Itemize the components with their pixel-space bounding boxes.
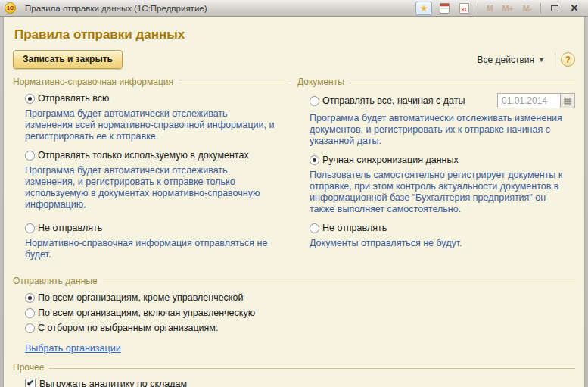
radio-icon [25, 323, 35, 333]
section-nsi: Нормативно-справочная информация Отправл… [13, 76, 288, 268]
section-send-data-title: Отправлять данные [13, 276, 98, 286]
checkbox-export-warehouse-analytics[interactable]: ✔ Выгружать аналитику по складам [25, 379, 575, 387]
radio-manual-sync[interactable]: Ручная синхронизация данных [310, 154, 575, 165]
page-title: Правила отправки данных [14, 27, 575, 42]
description-text: Пользователь самостоятельно регистрирует… [310, 170, 563, 215]
app-window: 1С Правила отправки данных (1С:Предприят… [0, 0, 588, 387]
all-actions-button[interactable]: Все действия ▼ [473, 52, 549, 67]
section-other: Прочее ✔ Выгружать аналитику по складам … [13, 362, 575, 387]
description-text: Документы отправляться не будут. [310, 238, 563, 249]
radio-icon [25, 94, 35, 104]
radio-icon [25, 151, 35, 161]
section-documents-title: Документы [297, 76, 344, 87]
radio-no-send-nsi[interactable]: Не отправлять [25, 223, 288, 233]
radio-send-all-docs-from-date[interactable]: Отправлять все, начиная с даты 01.01.201… [310, 93, 575, 108]
checkbox-icon: ✔ [25, 379, 36, 387]
radio-label: Ручная синхронизация данных [322, 154, 459, 165]
radio-icon [25, 223, 35, 233]
form-toolbar: Записать и закрыть Все действия ▼ ? [13, 50, 575, 69]
radio-icon [310, 96, 319, 106]
radio-all-orgs-except-management[interactable]: По всем организациям, кроме управленческ… [25, 292, 575, 303]
section-nsi-header: Нормативно-справочная информация [13, 76, 288, 87]
titlebar-separator [540, 3, 541, 14]
window-frame: Правила отправки данных Записать и закры… [0, 17, 588, 387]
radio-label: Не отправлять [322, 223, 387, 233]
all-actions-label: Все действия [478, 55, 534, 65]
section-documents-header: Документы [297, 76, 575, 87]
1c-logo-icon: 1С [5, 2, 16, 14]
section-documents: Документы Отправлять все, начиная с даты… [297, 76, 575, 268]
section-send-data: Отправлять данные По всем организациям, … [13, 276, 575, 354]
chevron-down-icon: ▼ [538, 56, 545, 64]
checkbox-label: Выгружать аналитику по складам [39, 379, 187, 387]
save-and-close-button[interactable]: Записать и закрыть [13, 50, 123, 69]
radio-label: С отбором по выбранным организациям: [38, 323, 218, 333]
radio-selected-orgs-filter[interactable]: С отбором по выбранным организациям: [25, 323, 575, 333]
memory-m-plus-button[interactable]: М+ [500, 4, 516, 13]
calculator-icon[interactable] [437, 2, 452, 15]
titlebar-separator [478, 3, 478, 14]
favorites-star-icon[interactable]: ★ [415, 2, 432, 15]
date-picker-button[interactable]: ▦ [561, 93, 575, 108]
section-send-data-header: Отправлять данные [13, 276, 575, 286]
choose-organizations-link[interactable]: Выбрать организации [25, 343, 121, 354]
radio-label: Отправлять все, начиная с даты [322, 95, 465, 106]
radio-icon [25, 293, 35, 303]
radio-label: Отправлять всю [38, 93, 109, 104]
titlebar: 1С Правила отправки данных (1С:Предприят… [0, 0, 588, 17]
description-text: Программа будет автоматически отслеживат… [310, 113, 563, 147]
radio-label: Не отправлять [38, 223, 102, 233]
radio-send-used-nsi[interactable]: Отправлять только используемую в докумен… [25, 150, 288, 161]
start-date-field[interactable]: 01.01.2014 [497, 93, 561, 108]
memory-m-minus-button[interactable]: М- [521, 4, 534, 13]
radio-icon [310, 155, 319, 165]
window-title: Правила отправки данных (1С:Предприятие) [25, 4, 207, 13]
radio-icon [25, 308, 35, 318]
radio-label: По всем организациям, кроме управленческ… [38, 292, 243, 303]
maximize-button[interactable] [547, 2, 562, 15]
description-text: Нормативно-справочная информация отправл… [25, 238, 276, 261]
toolbar-separator [555, 53, 555, 67]
calendar-icon[interactable]: 31 [456, 2, 471, 15]
section-other-header: Прочее [13, 362, 575, 373]
section-other-title: Прочее [13, 362, 44, 373]
radio-send-all-nsi[interactable]: Отправлять всю [25, 93, 288, 104]
radio-icon [310, 223, 319, 233]
description-text: Программа будет автоматически отслеживат… [25, 165, 276, 211]
memory-m-button[interactable]: М [484, 4, 496, 13]
radio-all-orgs-including-management[interactable]: По всем организациям, включая управленче… [25, 307, 575, 318]
close-button[interactable]: ✕ [567, 2, 582, 15]
help-button[interactable]: ? [561, 52, 575, 67]
radio-label: По всем организациям, включая управленче… [38, 307, 255, 318]
radio-label: Отправлять только используемую в докумен… [38, 150, 249, 161]
description-text: Программа будет автоматически отслеживат… [25, 108, 276, 142]
radio-no-send-docs[interactable]: Не отправлять [310, 223, 575, 233]
form-area: Правила отправки данных Записать и закры… [3, 17, 585, 387]
section-nsi-title: Нормативно-справочная информация [13, 76, 173, 87]
